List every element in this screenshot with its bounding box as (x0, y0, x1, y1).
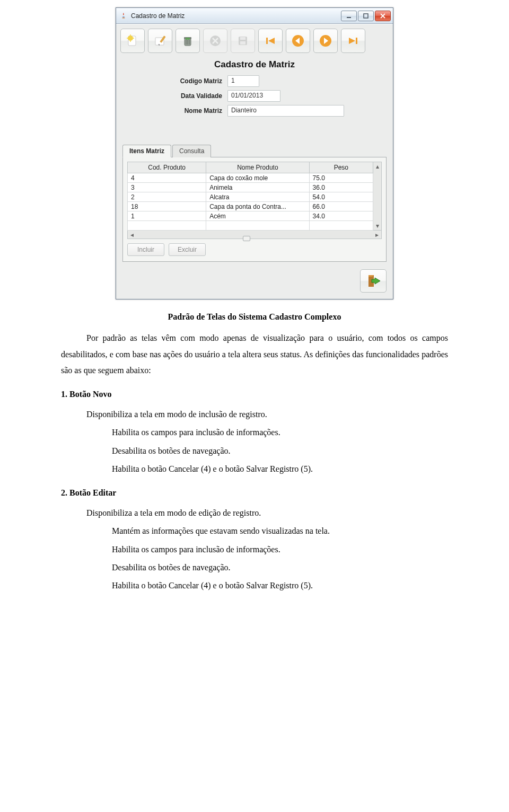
window-title: Cadastro de Matriz (131, 12, 340, 20)
th-nome[interactable]: Nome Produto (206, 162, 309, 173)
th-peso[interactable]: Peso (309, 162, 373, 173)
sec1-title: 1. Botão Novo (61, 386, 448, 402)
toolbar (116, 24, 393, 56)
svg-marker-28 (349, 38, 355, 44)
excluir-button[interactable]: Excluir (169, 243, 206, 256)
exit-button[interactable] (360, 269, 387, 293)
sec1-line4: Habilita o botão Cancelar (4) e o botão … (112, 461, 448, 477)
scroll-down-icon[interactable]: ▾ (373, 222, 381, 230)
cell-peso: 34.0 (309, 211, 373, 221)
edit-button[interactable] (148, 29, 172, 53)
codigo-label: Codigo Matriz (143, 77, 227, 85)
cell-peso: 54.0 (309, 192, 373, 202)
svg-rect-29 (356, 38, 357, 44)
svg-rect-12 (184, 37, 191, 39)
maximize-button[interactable] (358, 11, 374, 21)
scroll-up-icon[interactable]: ▴ (373, 162, 381, 171)
save-button (231, 29, 255, 53)
last-button[interactable] (341, 29, 365, 53)
svg-marker-23 (268, 38, 275, 44)
delete-button[interactable] (175, 29, 200, 53)
cell-cod: 3 (128, 183, 206, 192)
scroll-right-icon[interactable]: ▸ (373, 231, 381, 239)
minimize-button[interactable] (341, 11, 357, 21)
cell-cod: 1 (128, 211, 206, 221)
table-row[interactable]: 18 Capa da ponta do Contra... 66.0 (128, 202, 373, 211)
sec2-line3: Habilita os campos para inclusão de info… (112, 542, 448, 558)
cell-nome: Capa da ponta do Contra... (206, 202, 309, 211)
cell-peso: 36.0 (309, 183, 373, 192)
tab-panel: Cod. Produto Nome Produto Peso 4 Capa do… (122, 157, 387, 262)
vertical-scrollbar[interactable]: ▴ ▾ (373, 162, 382, 231)
cell-nome: Acém (206, 211, 309, 221)
cell-nome: Animela (206, 183, 309, 192)
svg-point-13 (186, 38, 188, 40)
codigo-field[interactable]: 1 (227, 75, 259, 87)
validade-field[interactable]: 01/01/2013 (227, 90, 280, 102)
table-row[interactable]: 3 Animela 36.0 (128, 183, 373, 192)
validade-label: Data Validade (143, 92, 227, 100)
table-row[interactable]: 2 Alcatra 54.0 (128, 192, 373, 202)
cancel-button (203, 29, 227, 53)
sec1-line3: Desabilita os botões de navegação. (112, 443, 448, 459)
th-cod[interactable]: Cod. Produto (128, 162, 206, 173)
close-button[interactable] (375, 11, 391, 21)
java-icon (119, 12, 128, 20)
incluir-button[interactable]: Incluir (127, 243, 164, 256)
first-button[interactable] (258, 29, 283, 53)
sec2-line2: Mantém as informações que estavam sendo … (112, 523, 448, 539)
sec2-line1: Disponibiliza a tela em modo de edição d… (86, 505, 448, 521)
table-row (128, 221, 373, 231)
sec2-title: 2. Botão Editar (61, 485, 448, 501)
cell-nome: Alcatra (206, 192, 309, 202)
cell-cod: 4 (128, 173, 206, 183)
svg-point-3 (128, 36, 133, 41)
new-button[interactable] (120, 29, 145, 53)
cell-nome: Capa do coxão mole (206, 173, 309, 183)
cell-peso: 66.0 (309, 202, 373, 211)
cell-cod: 18 (128, 202, 206, 211)
cell-cod: 2 (128, 192, 206, 202)
svg-rect-22 (266, 38, 268, 44)
sec1-line1: Disponibiliza a tela em modo de inclusão… (86, 407, 448, 422)
doc-intro: Por padrão as telas vêm com modo apenas … (61, 330, 448, 378)
tab-strip: Itens Matriz Consulta (122, 145, 387, 157)
form-area: Codigo Matriz 1 Data Validade 01/01/2013… (116, 75, 393, 123)
document-body: Padrão de Telas do Sistema Cadastro Comp… (0, 299, 509, 594)
svg-rect-0 (347, 17, 351, 18)
sec2-line5: Habilita o botão Cancelar (4) e o botão … (112, 578, 448, 594)
prev-button[interactable] (286, 29, 310, 53)
svg-point-14 (188, 38, 190, 40)
nome-label: Nome Matriz (143, 107, 227, 114)
page-title: Cadastro de Matriz (116, 56, 393, 75)
svg-rect-1 (364, 14, 368, 18)
svg-rect-21 (240, 41, 245, 45)
table-row[interactable]: 1 Acém 34.0 (128, 211, 373, 221)
app-window: Cadastro de Matriz (116, 7, 393, 299)
cell-peso: 75.0 (309, 173, 373, 183)
horizontal-scrollbar[interactable]: ◂ ▸ (127, 231, 382, 239)
nome-field[interactable]: Dianteiro (227, 105, 344, 117)
doc-caption: Padrão de Telas do Sistema Cadastro Comp… (61, 309, 448, 325)
tab-consulta[interactable]: Consulta (172, 145, 211, 157)
data-table: Cod. Produto Nome Produto Peso 4 Capa do… (127, 162, 373, 231)
tab-itens-matriz[interactable]: Itens Matriz (122, 145, 171, 157)
svg-rect-20 (240, 37, 245, 40)
sec2-line4: Desabilita os botões de navegação. (112, 560, 448, 576)
next-button[interactable] (313, 29, 338, 53)
sec1-line2: Habilita os campos para inclusão de info… (112, 425, 448, 440)
table-row[interactable]: 4 Capa do coxão mole 75.0 (128, 173, 373, 183)
scroll-left-icon[interactable]: ◂ (128, 231, 136, 239)
titlebar: Cadastro de Matriz (116, 8, 393, 24)
